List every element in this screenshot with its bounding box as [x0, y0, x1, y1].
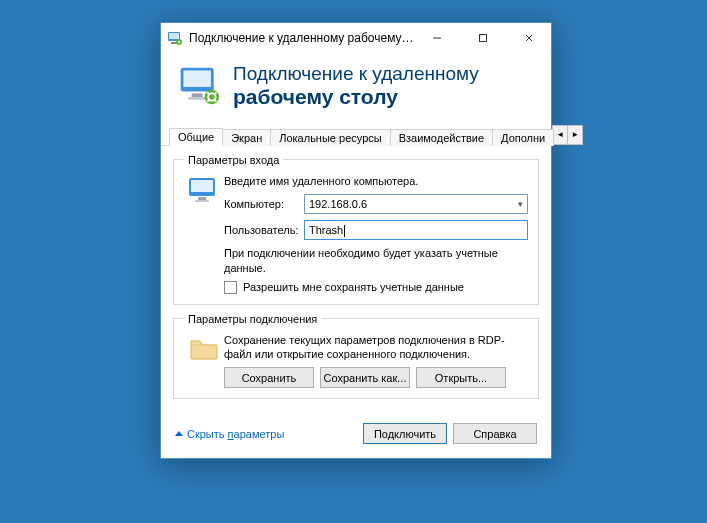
save-button[interactable]: Сохранить	[224, 367, 314, 388]
chevron-down-icon: ▾	[518, 199, 523, 209]
svg-rect-16	[195, 200, 209, 202]
tab-experience[interactable]: Взаимодействие	[390, 129, 493, 146]
header-line2: рабочему столу	[233, 85, 479, 109]
checkbox-icon	[224, 281, 237, 294]
tab-scroll-right[interactable]: ►	[567, 125, 583, 145]
svg-point-12	[205, 90, 220, 105]
help-button[interactable]: Справка	[453, 423, 537, 444]
tab-advanced[interactable]: Дополни	[492, 129, 554, 146]
tab-scroll: ◄ ►	[553, 125, 583, 145]
svg-rect-14	[191, 180, 213, 192]
svg-rect-15	[198, 197, 206, 200]
monitor-icon	[177, 64, 221, 108]
header-line1: Подключение к удаленному	[233, 63, 479, 84]
tab-display[interactable]: Экран	[222, 129, 271, 146]
chevron-up-icon	[175, 431, 183, 436]
connection-group: Параметры подключения Сохранение текущих…	[173, 313, 539, 400]
tab-general[interactable]: Общие	[169, 128, 223, 146]
rdp-dialog: Подключение к удаленному рабочему с...	[160, 22, 552, 459]
username-input[interactable]: Thrash	[304, 220, 528, 240]
computer-label: Компьютер:	[224, 198, 304, 210]
connect-button[interactable]: Подключить	[363, 423, 447, 444]
connection-group-legend: Параметры подключения	[184, 313, 321, 325]
remember-label: Разрешить мне сохранять учетные данные	[243, 281, 464, 293]
svg-rect-10	[192, 93, 203, 97]
login-intro: Введите имя удаленного компьютера.	[224, 174, 528, 188]
monitor-small-icon	[184, 174, 224, 206]
tab-local-resources[interactable]: Локальные ресурсы	[270, 129, 390, 146]
computer-combobox[interactable]: 192.168.0.6 ▾	[304, 194, 528, 214]
tabstrip: Общие Экран Локальные ресурсы Взаимодейс…	[161, 123, 551, 146]
dialog-body: Параметры входа Введите имя удаленного к…	[161, 146, 551, 413]
open-button[interactable]: Открыть...	[416, 367, 506, 388]
user-label: Пользователь:	[224, 224, 304, 236]
titlebar-text: Подключение к удаленному рабочему с...	[189, 31, 414, 45]
login-group: Параметры входа Введите имя удаленного к…	[173, 154, 539, 305]
connection-desc: Сохранение текущих параметров подключени…	[224, 333, 528, 362]
computer-value: 192.168.0.6	[309, 198, 367, 210]
footer: Скрыть параметры Подключить Справка	[161, 413, 551, 458]
svg-rect-1	[169, 33, 179, 39]
svg-rect-11	[188, 97, 206, 100]
tab-scroll-left[interactable]: ◄	[552, 125, 568, 145]
titlebar[interactable]: Подключение к удаленному рабочему с...	[161, 23, 551, 53]
login-group-legend: Параметры входа	[184, 154, 283, 166]
header: Подключение к удаленному рабочему столу	[161, 53, 551, 123]
maximize-button[interactable]	[460, 23, 506, 53]
close-button[interactable]	[506, 23, 551, 53]
header-title: Подключение к удаленному рабочему столу	[233, 63, 479, 109]
remember-credentials-checkbox[interactable]: Разрешить мне сохранять учетные данные	[224, 281, 528, 294]
save-as-button[interactable]: Сохранить как...	[320, 367, 410, 388]
folder-icon	[184, 333, 224, 363]
svg-rect-5	[480, 35, 487, 42]
svg-rect-9	[183, 70, 211, 87]
app-icon	[167, 30, 183, 46]
hide-options-link[interactable]: Скрыть параметры	[175, 428, 284, 440]
minimize-button[interactable]	[414, 23, 460, 53]
credentials-note: При подключении необходимо будет указать…	[224, 246, 528, 275]
username-value: Thrash	[309, 224, 345, 237]
